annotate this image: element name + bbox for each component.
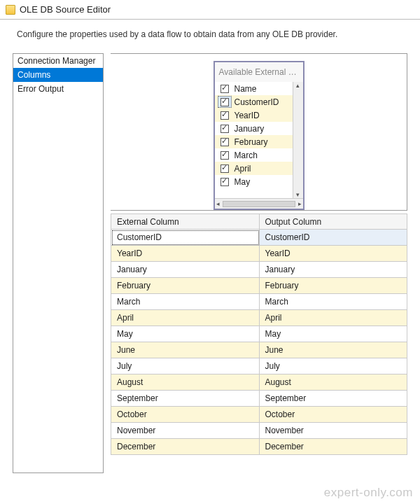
- scrollbar-vertical[interactable]: ▴ ▾: [293, 82, 303, 198]
- external-column-cell[interactable]: February: [111, 278, 260, 294]
- table-row[interactable]: YearIDYearID: [111, 246, 407, 262]
- table-row[interactable]: FebruaryFebruary: [111, 278, 407, 294]
- table-row[interactable]: JanuaryJanuary: [111, 262, 407, 278]
- available-column-row[interactable]: February: [215, 135, 303, 148]
- output-column-cell[interactable]: YearID: [260, 246, 408, 262]
- header-output-column[interactable]: Output Column: [260, 214, 408, 230]
- available-column-label: Name: [232, 84, 300, 94]
- external-column-cell[interactable]: October: [111, 407, 260, 423]
- external-column-cell[interactable]: May: [111, 326, 260, 342]
- available-columns-list[interactable]: NameCustomerIDYearIDJanuaryFebruaryMarch…: [215, 82, 303, 198]
- external-column-cell[interactable]: YearID: [111, 246, 260, 262]
- external-column-cell[interactable]: July: [111, 358, 260, 374]
- available-column-row[interactable]: May: [215, 175, 303, 188]
- checkbox-icon[interactable]: [220, 178, 229, 186]
- available-column-row[interactable]: Name: [215, 82, 303, 95]
- checkbox-icon[interactable]: [220, 125, 229, 133]
- available-column-row[interactable]: March: [215, 148, 303, 162]
- scroll-left-icon[interactable]: ◂: [216, 200, 220, 207]
- table-row[interactable]: MayMay: [111, 326, 407, 342]
- available-column-row[interactable]: January: [215, 122, 303, 135]
- available-columns-frame: Available External C... NameCustomerIDYe…: [111, 53, 407, 211]
- checkbox-icon[interactable]: [220, 98, 229, 106]
- available-column-label: February: [232, 137, 300, 147]
- watermark: expert-only.com: [324, 486, 413, 500]
- scrollbar-horizontal[interactable]: ◂ ▸: [215, 198, 303, 209]
- output-column-cell[interactable]: June: [260, 342, 408, 358]
- available-column-label: January: [232, 124, 300, 134]
- output-column-cell[interactable]: December: [260, 439, 408, 455]
- output-column-cell[interactable]: May: [260, 326, 408, 342]
- available-column-label: YearID: [232, 111, 300, 120]
- external-column-cell[interactable]: December: [111, 439, 260, 455]
- table-row[interactable]: JulyJuly: [111, 358, 407, 374]
- checkbox-wrap[interactable]: [218, 83, 232, 94]
- table-row[interactable]: NovemberNovember: [111, 423, 407, 439]
- app-icon: [6, 5, 15, 15]
- scroll-right-icon[interactable]: ▸: [298, 200, 302, 207]
- checkbox-wrap[interactable]: [218, 122, 232, 134]
- checkbox-icon[interactable]: [220, 164, 229, 173]
- column-mapping-table[interactable]: External Column Output Column CustomerID…: [111, 214, 407, 455]
- external-column-cell[interactable]: January: [111, 262, 260, 278]
- external-column-cell[interactable]: August: [111, 374, 260, 391]
- table-row[interactable]: JuneJune: [111, 342, 407, 358]
- external-column-cell[interactable]: CustomerID: [111, 230, 260, 246]
- checkbox-icon[interactable]: [220, 85, 229, 93]
- output-column-cell[interactable]: November: [260, 423, 408, 439]
- checkbox-icon[interactable]: [220, 151, 229, 160]
- output-column-cell[interactable]: October: [260, 407, 408, 423]
- available-column-row[interactable]: YearID: [215, 108, 303, 122]
- table-row[interactable]: AugustAugust: [111, 374, 407, 391]
- table-row[interactable]: OctoberOctober: [111, 407, 407, 423]
- header-external-column[interactable]: External Column: [111, 214, 260, 230]
- available-columns-header: Available External C...: [215, 62, 303, 82]
- scroll-up-icon[interactable]: ▴: [296, 82, 300, 89]
- output-column-cell[interactable]: January: [260, 262, 408, 278]
- available-column-label: March: [232, 150, 300, 160]
- scroll-track[interactable]: [223, 201, 295, 207]
- output-column-cell[interactable]: September: [260, 391, 408, 407]
- nav-item-error-output[interactable]: Error Output: [13, 82, 103, 96]
- checkbox-wrap[interactable]: [218, 109, 232, 121]
- titlebar: OLE DB Source Editor: [0, 0, 420, 20]
- checkbox-wrap[interactable]: [218, 162, 232, 174]
- nav-item-columns[interactable]: Columns: [13, 68, 103, 82]
- scroll-down-icon[interactable]: ▾: [296, 191, 300, 198]
- external-column-cell[interactable]: September: [111, 391, 260, 407]
- table-row[interactable]: SeptemberSeptember: [111, 391, 407, 407]
- checkbox-wrap[interactable]: [218, 136, 232, 148]
- external-column-cell[interactable]: November: [111, 423, 260, 439]
- output-column-cell[interactable]: April: [260, 310, 408, 326]
- description-text: Configure the properties used by a data …: [0, 20, 420, 53]
- available-column-label: April: [232, 164, 300, 174]
- checkbox-wrap[interactable]: [218, 149, 232, 161]
- output-column-cell[interactable]: CustomerID: [260, 230, 408, 246]
- external-column-cell[interactable]: June: [111, 342, 260, 358]
- checkbox-icon[interactable]: [220, 111, 229, 120]
- available-column-row[interactable]: CustomerID: [215, 95, 303, 108]
- table-row[interactable]: DecemberDecember: [111, 439, 407, 455]
- checkbox-icon[interactable]: [220, 138, 229, 146]
- checkbox-wrap[interactable]: [218, 176, 232, 188]
- available-columns-box[interactable]: Available External C... NameCustomerIDYe…: [214, 61, 304, 210]
- window-title: OLE DB Source Editor: [20, 4, 111, 15]
- table-row[interactable]: CustomerIDCustomerID: [111, 230, 407, 246]
- external-column-cell[interactable]: March: [111, 294, 260, 310]
- table-row[interactable]: MarchMarch: [111, 294, 407, 310]
- external-column-cell[interactable]: April: [111, 310, 260, 326]
- body: Connection ManagerColumnsError Output Av…: [0, 53, 420, 473]
- output-column-cell[interactable]: March: [260, 294, 408, 310]
- available-column-label: CustomerID: [232, 97, 300, 107]
- table-row[interactable]: AprilApril: [111, 310, 407, 326]
- table-header-row: External Column Output Column: [111, 214, 407, 230]
- main-panel: Available External C... NameCustomerIDYe…: [111, 53, 407, 473]
- output-column-cell[interactable]: February: [260, 278, 408, 294]
- available-column-row[interactable]: April: [215, 162, 303, 175]
- available-column-label: May: [232, 177, 300, 187]
- checkbox-wrap[interactable]: [218, 96, 232, 108]
- nav-panel: Connection ManagerColumnsError Output: [13, 53, 104, 473]
- nav-item-connection-manager[interactable]: Connection Manager: [13, 54, 103, 68]
- output-column-cell[interactable]: July: [260, 358, 408, 374]
- output-column-cell[interactable]: August: [260, 374, 408, 391]
